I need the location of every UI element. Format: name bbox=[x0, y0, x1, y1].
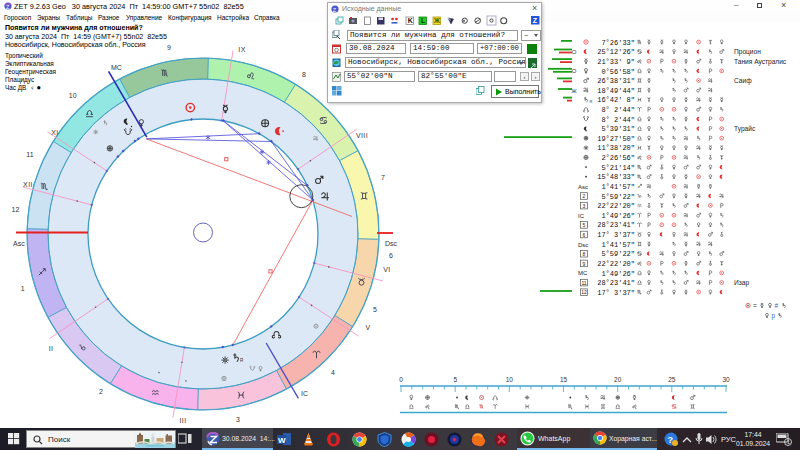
svg-text:11: 11 bbox=[581, 280, 586, 286]
svg-text:VI: VI bbox=[383, 266, 390, 273]
svg-text:8: 8 bbox=[302, 71, 306, 78]
svg-text:28°23'41": 28°23'41" bbox=[597, 279, 635, 287]
svg-text:15: 15 bbox=[560, 376, 568, 383]
svg-text:4: 4 bbox=[331, 369, 335, 376]
svg-text:XI: XI bbox=[51, 129, 58, 136]
svg-text:1°49'26": 1°49'26" bbox=[601, 212, 635, 220]
svg-text:5: 5 bbox=[453, 376, 457, 383]
svg-text:Z: Z bbox=[533, 17, 538, 24]
svg-text:#: # bbox=[775, 302, 779, 309]
svg-text:1°49'26": 1°49'26" bbox=[601, 270, 635, 278]
svg-text:25: 25 bbox=[668, 376, 676, 383]
svg-text:IC: IC bbox=[301, 390, 308, 397]
svg-text:25°12'26": 25°12'26" bbox=[597, 48, 635, 56]
svg-text:17° 3'37": 17° 3'37" bbox=[597, 231, 635, 239]
svg-text:Asc: Asc bbox=[13, 240, 25, 247]
svg-text:10: 10 bbox=[506, 376, 514, 383]
svg-text:Саиф: Саиф bbox=[734, 77, 752, 85]
svg-text:5°39'31": 5°39'31" bbox=[601, 125, 635, 133]
svg-text:VIII: VIII bbox=[356, 132, 368, 139]
svg-text:18°49'44": 18°49'44" bbox=[597, 87, 635, 95]
svg-text:III: III bbox=[179, 417, 186, 424]
svg-text:Dsc: Dsc bbox=[578, 242, 588, 248]
svg-text:22°22'20": 22°22'20" bbox=[597, 202, 635, 210]
svg-text:II: II bbox=[49, 345, 54, 352]
svg-text:11: 11 bbox=[26, 151, 33, 158]
svg-text:9: 9 bbox=[167, 44, 171, 51]
svg-text:IX: IX bbox=[238, 46, 245, 53]
svg-text:Изар: Изар bbox=[734, 279, 749, 287]
svg-text:7: 7 bbox=[381, 174, 385, 181]
svg-text:1°41'57": 1°41'57" bbox=[601, 183, 635, 191]
svg-text:12: 12 bbox=[12, 206, 20, 213]
svg-text:5°59'22": 5°59'22" bbox=[601, 193, 635, 201]
svg-text:5°59'22": 5°59'22" bbox=[601, 250, 635, 258]
svg-text:6: 6 bbox=[583, 232, 586, 238]
svg-text:R: R bbox=[590, 99, 593, 104]
svg-text:V: V bbox=[365, 324, 370, 331]
svg-text:19°27'50": 19°27'50" bbox=[597, 135, 635, 143]
svg-text:7°26'33": 7°26'33" bbox=[601, 39, 635, 47]
svg-text:MC: MC bbox=[111, 64, 122, 71]
svg-text:1: 1 bbox=[21, 285, 25, 292]
svg-text:2: 2 bbox=[583, 193, 586, 199]
svg-text:Dsc: Dsc bbox=[385, 240, 398, 247]
svg-text:2: 2 bbox=[99, 388, 103, 395]
svg-text:8° 2'44": 8° 2'44" bbox=[601, 116, 635, 124]
svg-text:17° 3'37": 17° 3'37" bbox=[597, 289, 635, 297]
svg-text:=: = bbox=[753, 302, 757, 309]
svg-text:22°22'20": 22°22'20" bbox=[597, 260, 635, 268]
svg-text:5: 5 bbox=[583, 222, 586, 228]
svg-text:5: 5 bbox=[373, 306, 377, 313]
svg-text:0°56'58": 0°56'58" bbox=[601, 68, 635, 76]
svg-text:Тания Аустралис: Тания Аустралис bbox=[734, 58, 787, 66]
svg-text:IC: IC bbox=[578, 213, 585, 219]
svg-text:p: p bbox=[772, 312, 776, 320]
svg-text:20: 20 bbox=[614, 376, 622, 383]
svg-text:6: 6 bbox=[389, 252, 393, 259]
svg-text:15°48'33": 15°48'33" bbox=[597, 173, 635, 181]
svg-text:30: 30 bbox=[722, 376, 730, 383]
svg-text:8° 2'44": 8° 2'44" bbox=[601, 106, 635, 114]
svg-text:28°23'41": 28°23'41" bbox=[597, 221, 635, 229]
svg-text:1°41'57": 1°41'57" bbox=[601, 241, 635, 249]
svg-text:8: 8 bbox=[583, 251, 586, 257]
svg-text:MC: MC bbox=[578, 270, 588, 276]
svg-text:26°38'31": 26°38'31" bbox=[597, 77, 635, 85]
svg-text:5°21'14": 5°21'14" bbox=[601, 164, 635, 172]
svg-text:0: 0 bbox=[399, 376, 403, 383]
svg-text:11°38'20": 11°38'20" bbox=[597, 144, 635, 152]
svg-text:21°33' 9": 21°33' 9" bbox=[597, 58, 635, 66]
svg-text:Турайс: Турайс bbox=[734, 125, 756, 133]
svg-text:K: K bbox=[408, 17, 413, 24]
svg-text:O: O bbox=[572, 68, 577, 74]
svg-text:9: 9 bbox=[583, 261, 586, 267]
svg-text:XII: XII bbox=[23, 181, 33, 188]
svg-text:W: W bbox=[278, 436, 286, 445]
svg-text:Ж: Ж bbox=[571, 88, 577, 94]
svg-text:12: 12 bbox=[581, 289, 587, 295]
svg-text:L: L bbox=[421, 17, 426, 24]
svg-text:Процион: Процион bbox=[734, 48, 761, 56]
svg-text:Asc: Asc bbox=[578, 184, 588, 190]
svg-text:16°42' 8": 16°42' 8" bbox=[597, 96, 635, 104]
svg-text:3: 3 bbox=[236, 416, 240, 423]
svg-text:O: O bbox=[572, 49, 577, 55]
svg-text:10: 10 bbox=[69, 92, 77, 99]
svg-text:3: 3 bbox=[583, 203, 586, 209]
svg-text:2°26'56": 2°26'56" bbox=[601, 154, 635, 162]
svg-text:Ж: Ж bbox=[433, 17, 440, 24]
